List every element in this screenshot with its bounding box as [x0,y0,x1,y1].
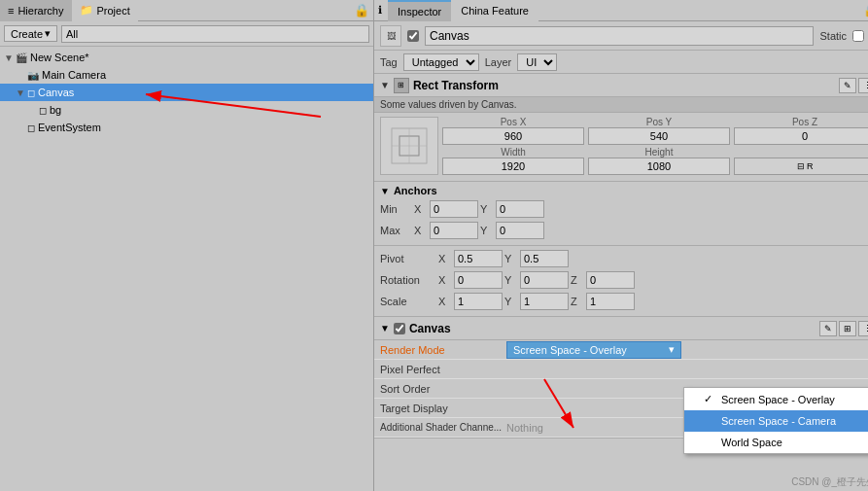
blueprint-field: ⊟ R [734,147,868,175]
watermark-text: CSDN @_橙子先生 [791,475,868,489]
project-icon: 📁 [80,4,93,17]
camera-icon: 📷 [27,70,39,81]
scale-z-input[interactable] [586,293,635,310]
object-active-checkbox[interactable] [407,30,419,42]
canvas-comp-actions: ✎ ⊞ ⋮ [819,321,868,336]
scale-z-label: Z [571,296,584,307]
rect-transform-toggle[interactable]: ▼ [380,80,390,90]
anchor-min-y-input[interactable] [496,200,544,218]
render-mode-arrow: ▾ [669,343,675,356]
tree-item-bg[interactable]: ◻ bg [0,101,373,119]
pos-z-label: Pos Z [734,117,868,127]
lock-icon[interactable]: 🔒 [354,3,373,18]
tab-hierarchy[interactable]: ≡ Hierarchy [0,0,72,21]
layer-dropdown[interactable]: UI [517,53,557,71]
anchor-max-label: Max [380,225,414,236]
blueprint-btn[interactable]: ⊟ R [734,158,868,175]
height-label: Height [588,147,730,158]
rotation-row: Rotation X Y Z [380,270,868,290]
pivot-y-input[interactable] [520,250,569,267]
rect-transform-body: Pos X Pos Y Pos Z [374,113,868,182]
new-scene-label: New Scene* [30,52,89,63]
pos-x-label: Pos X [442,117,584,127]
tree-item-eventsystem[interactable]: ◻ EventSystem [0,119,373,136]
width-label: Width [442,147,584,158]
canvas-comp-overflow-btn[interactable]: ⋮ [858,321,868,336]
anchor-max-row: Max X Y [380,221,868,240]
canvas-comp-expand-btn[interactable]: ⊞ [839,321,856,336]
canvas-comp-header: ▼ Canvas ✎ ⊞ ⋮ [374,317,868,340]
canvas-comp-edit-btn[interactable]: ✎ [819,321,837,336]
rotation-z-input[interactable] [586,271,635,289]
pivot-xy: X Y [438,250,569,267]
tab-inspector[interactable]: Inspector [388,0,451,21]
height-field: Height [588,147,730,175]
scale-x-input[interactable] [454,293,503,310]
object-name-input[interactable] [425,26,814,46]
scale-label: Scale [380,296,438,307]
create-button[interactable]: Create ▾ [4,25,57,42]
main-camera-label: Main Camera [42,69,106,81]
inspector-tab-bar: ℹ Inspector China Feature 🔒 [374,0,868,21]
tab-china-feature[interactable]: China Feature [451,0,538,21]
inspector-lock-icon[interactable]: 🔒 [863,4,868,18]
dropdown-label-camera: Screen Space - Camera [721,415,836,427]
hierarchy-toolbar: Create ▾ [0,21,373,47]
pos-z-input[interactable] [734,127,868,145]
object-type-icon: 🖼 [380,25,401,47]
tag-dropdown[interactable]: Untagged [403,53,479,71]
scale-row: Scale X Y Z [380,292,868,311]
anchor-min-x-input[interactable] [430,200,478,218]
additional-shader-label: Additional Shader Channe... [380,422,506,433]
check-world-icon [704,437,717,448]
tree-toggle-camera [16,70,27,81]
bg-icon: ◻ [39,105,47,116]
pixel-perfect-label: Pixel Perfect [380,364,506,375]
pos-x-input[interactable] [442,127,584,145]
tree-item-new-scene[interactable]: ▼ 🎬 New Scene* [0,49,373,66]
anchor-min-x-label: X [414,203,428,215]
width-input[interactable] [442,158,584,175]
rect-transform-title: Rect Transform [413,79,835,92]
render-mode-dropdown[interactable]: Screen Space - Overlay ▾ [506,341,681,359]
tree-toggle-bg [27,105,39,116]
rect-transform-overflow-btn[interactable]: ⋮ [858,78,868,93]
tree-item-canvas[interactable]: ▼ ◻ Canvas [0,84,373,101]
pivot-x-input[interactable] [454,250,503,267]
static-checkbox[interactable] [852,30,864,42]
pivot-x-label: X [438,253,452,264]
scene-icon: 🎬 [16,53,27,63]
scale-y-input[interactable] [520,293,569,310]
canvas-comp-toggle[interactable]: ▼ [380,323,390,333]
anchor-visual-widget[interactable] [380,117,438,175]
rect-transform-edit-btn[interactable]: ✎ [839,78,856,93]
canvas-comp-checkbox[interactable] [394,323,405,334]
eventsystem-icon: ◻ [27,123,35,133]
dropdown-item-overlay[interactable]: ✓ Screen Space - Overlay [684,388,868,410]
canvas-label: Canvas [38,87,74,98]
pos-x-field: Pos X [442,117,584,145]
anchors-title: Anchors [394,185,437,196]
dropdown-label-overlay: Screen Space - Overlay [721,394,835,405]
pos-y-input[interactable] [588,127,730,145]
anchors-toggle[interactable]: ▼ [380,186,390,196]
tree-toggle-canvas[interactable]: ▼ [16,88,27,98]
rotation-y-label: Y [504,274,518,286]
tree-item-main-camera[interactable]: 📷 Main Camera [0,66,373,84]
search-input[interactable] [61,25,369,43]
dropdown-item-world[interactable]: World Space [684,432,868,453]
anchor-min-xy: X Y [414,200,868,218]
scale-xyz: X Y Z [438,293,635,310]
rotation-y-input[interactable] [520,271,569,289]
dropdown-item-camera[interactable]: Screen Space - Camera [684,410,868,432]
canvas-comp-title: Canvas [409,322,816,335]
pos-z-field: Pos Z [734,117,868,145]
tree-toggle-new-scene[interactable]: ▼ [4,53,16,63]
rotation-x-input[interactable] [454,271,503,289]
height-input[interactable] [588,158,730,175]
rect-transform-actions: ✎ ⋮ [839,78,868,93]
inspector-tab-label: Inspector [398,6,441,18]
anchor-max-x-input[interactable] [430,222,478,239]
anchor-max-y-input[interactable] [496,222,544,239]
tab-project[interactable]: 📁 Project [72,0,138,21]
